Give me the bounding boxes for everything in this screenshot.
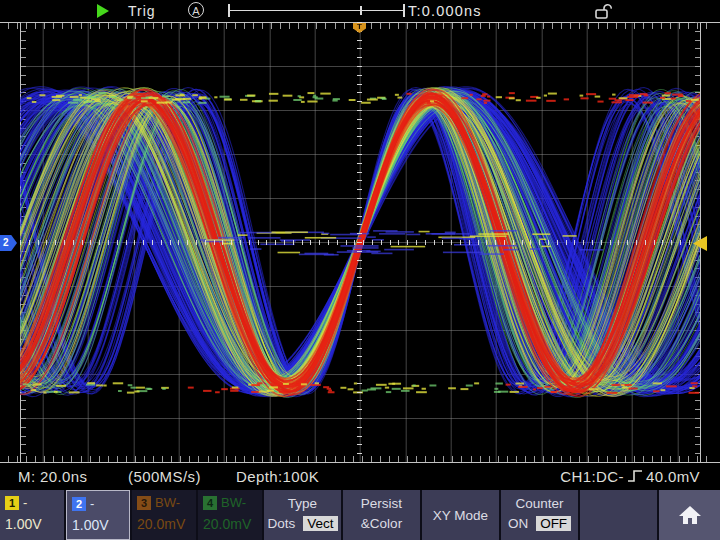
home-button[interactable] — [659, 490, 720, 540]
counter-label: Counter — [501, 496, 578, 511]
center-horizontal-axis — [20, 240, 700, 245]
oscilloscope-screen: Trig A T:0.000ns T 2 M: 20.0ns (500MS/s)… — [0, 0, 720, 540]
timebase-readout: M: 20.0ns — [18, 468, 87, 485]
memory-depth-readout: Depth:100K — [236, 468, 319, 485]
channel4-scale: 20.0mV — [203, 516, 262, 532]
color-label: &Color — [361, 516, 402, 531]
bottom-menu-bar: 1- 1.00V 2- 1.00V 3BW- 20.0mV 4BW- 20.0m… — [0, 490, 720, 540]
counter-on-option[interactable]: ON — [508, 516, 528, 531]
channel3-button[interactable]: 3BW- 20.0mV — [132, 490, 196, 540]
run-status-icon — [97, 4, 109, 18]
channel3-badge: 3 — [137, 496, 151, 510]
channel1-button[interactable]: 1- 1.00V — [0, 490, 64, 540]
channel3-coupling: BW- — [155, 495, 180, 510]
trig-status-label: Trig — [128, 3, 156, 19]
trigger-readout: CH1:DC- 40.0mV — [560, 468, 700, 485]
channel2-ground-marker[interactable]: 2 — [0, 235, 17, 251]
channel2-coupling: - — [90, 496, 94, 511]
channel2-button[interactable]: 2- 1.00V — [66, 490, 130, 540]
channel1-badge: 1 — [5, 496, 19, 510]
empty-menu-cell — [580, 490, 657, 540]
rising-edge-icon — [627, 469, 643, 484]
channel2-scale: 1.00V — [72, 517, 129, 533]
channel1-coupling: - — [23, 495, 27, 510]
persist-color-button[interactable]: Persist &Color — [343, 490, 420, 540]
channel1-scale: 1.00V — [5, 516, 64, 532]
channel4-badge: 4 — [203, 496, 217, 510]
status-bar: M: 20.0ns (500MS/s) Depth:100K CH1:DC- 4… — [0, 463, 720, 489]
trigger-level-readout: 40.0mV — [646, 468, 700, 485]
sample-rate-readout: (500MS/s) — [128, 468, 201, 485]
horizontal-offset-readout: T:0.000ns — [408, 3, 482, 19]
type-vect-option[interactable]: Vect — [303, 516, 337, 531]
xy-mode-button[interactable]: XY Mode — [422, 490, 499, 540]
top-bar: Trig A T:0.000ns — [0, 0, 720, 22]
type-label: Type — [264, 496, 341, 511]
channel2-badge: 2 — [72, 497, 86, 511]
counter-button[interactable]: Counter ON OFF — [501, 490, 578, 540]
channel4-coupling: BW- — [221, 495, 246, 510]
memory-position-bar — [228, 4, 405, 17]
persist-label: Persist — [343, 496, 420, 511]
auto-trigger-icon: A — [188, 2, 204, 18]
type-dots-option[interactable]: Dots — [267, 516, 295, 531]
home-icon — [678, 504, 702, 526]
channel3-scale: 20.0mV — [137, 516, 196, 532]
display-type-button[interactable]: Type Dots Vect — [264, 490, 341, 540]
memory-window-indicator — [360, 6, 362, 15]
counter-off-option[interactable]: OFF — [536, 516, 571, 531]
xy-mode-label: XY Mode — [422, 490, 499, 540]
unlock-icon[interactable] — [594, 2, 614, 20]
channel4-button[interactable]: 4BW- 20.0mV — [198, 490, 262, 540]
trigger-source-label: CH1:DC- — [560, 468, 624, 485]
